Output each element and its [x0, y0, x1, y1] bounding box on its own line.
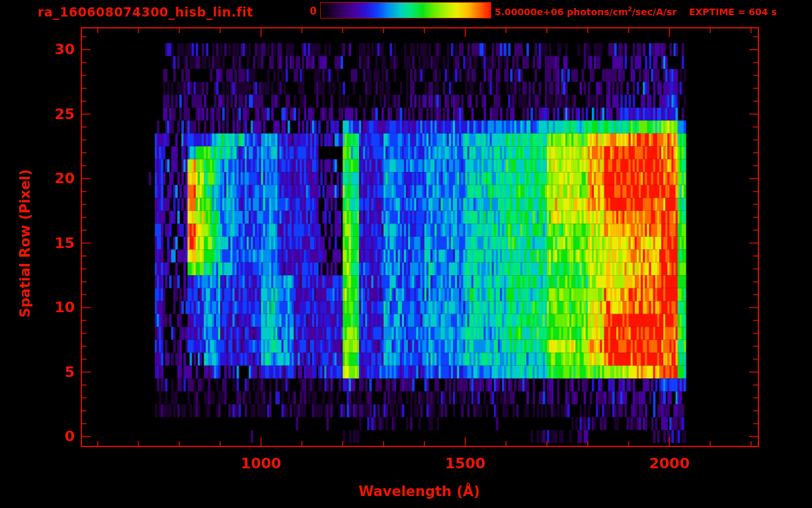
spectrogram-viewer: ra_160608074300_hisb_lin.fit 0 5.00000e+… — [0, 0, 812, 508]
colorbar — [320, 2, 491, 19]
colorbar-max-label: 5.00000e+06 photons/cm2/sec/A/sr — [495, 6, 676, 17]
spectrogram-canvas — [0, 0, 812, 508]
x-axis-title: Wavelength (Å) — [0, 484, 812, 499]
y-tick-label: 0 — [28, 428, 75, 444]
x-tick-label: 1500 — [426, 455, 505, 472]
y-tick-label: 20 — [28, 170, 75, 187]
file-title: ra_160608074300_hisb_lin.fit — [38, 5, 253, 19]
y-tick-label: 30 — [28, 41, 75, 58]
x-tick-label: 1000 — [222, 455, 301, 472]
y-tick-label: 15 — [28, 235, 75, 251]
y-tick-label: 25 — [28, 106, 75, 122]
x-tick-label: 2000 — [629, 455, 709, 472]
colorbar-min-label: 0 — [284, 5, 317, 17]
y-tick-label: 5 — [28, 364, 75, 380]
exptime-label: EXPTIME = 604 s — [689, 7, 777, 17]
y-tick-label: 10 — [28, 299, 75, 316]
